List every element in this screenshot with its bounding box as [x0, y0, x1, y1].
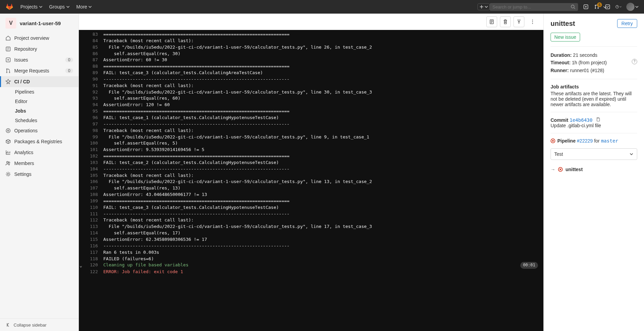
- topbar: Projects Groups More 5: [0, 0, 644, 14]
- merge-requests-icon[interactable]: 5: [594, 4, 600, 10]
- nav-groups[interactable]: Groups: [47, 2, 72, 12]
- sidebar-icon: [5, 79, 11, 84]
- sidebar-item-packages-registries[interactable]: Packages & Registries: [0, 136, 79, 147]
- branch-link[interactable]: master: [601, 138, 618, 144]
- job-title: unittest: [551, 20, 575, 28]
- sidebar-item-operations[interactable]: Operations: [0, 125, 79, 136]
- log-line: 94AssertionError: 120 != 60: [84, 102, 538, 108]
- chevron-down-icon[interactable]: ⌄: [80, 263, 82, 269]
- log-line: 100 self.assertEqual(res, 5): [84, 140, 538, 147]
- job-pipeline: Pipeline #22229 for master: [551, 138, 637, 144]
- scroll-top-button[interactable]: [514, 16, 524, 27]
- new-dropdown-button[interactable]: [477, 3, 490, 10]
- user-menu[interactable]: [626, 3, 639, 11]
- failed-status-icon: [558, 167, 563, 172]
- project-avatar: V: [5, 18, 16, 29]
- sidebar-item-repository[interactable]: Repository: [0, 44, 79, 54]
- log-line: 105Traceback (most recent call last):: [84, 172, 538, 179]
- log-line: 96FAIL: test_case_1 (calculator_tests.Ca…: [84, 115, 538, 121]
- issues-icon[interactable]: [583, 4, 589, 10]
- nav-projects[interactable]: Projects: [18, 2, 45, 12]
- sidebar-item-members[interactable]: Members: [0, 158, 79, 169]
- svg-point-7: [7, 59, 9, 61]
- sidebar-sub-jobs[interactable]: Jobs: [15, 106, 79, 116]
- nav-more[interactable]: More: [74, 2, 95, 12]
- collapse-sidebar[interactable]: Collapse sidebar: [0, 318, 79, 331]
- log-line: 84Traceback (most recent call last):: [84, 38, 538, 44]
- log-line: 104-------------------------------------…: [84, 166, 538, 172]
- sidebar-item-ci-cd[interactable]: CI / CD: [0, 76, 79, 87]
- log-line: 107 self.assertEqual(res, 13): [84, 185, 538, 192]
- todos-icon[interactable]: [605, 4, 611, 10]
- help-icon[interactable]: ?: [632, 59, 637, 64]
- svg-point-11: [6, 129, 10, 133]
- log-line: 101AssertionError: 9.539392014169456 != …: [84, 147, 538, 153]
- avatar: [626, 3, 634, 11]
- more-actions-button[interactable]: [527, 16, 538, 27]
- sidebar-sub-editor[interactable]: Editor: [15, 97, 79, 106]
- sidebar-icon: [5, 68, 11, 73]
- job-commit: Commit 1e4b6430 Update .gitlab-ci.yml fi…: [551, 117, 637, 128]
- sidebar-sub-pipelines[interactable]: Pipelines: [15, 87, 79, 97]
- sidebar-item-settings[interactable]: Settings: [0, 169, 79, 180]
- job-log[interactable]: 83======================================…: [79, 30, 543, 331]
- log-line: 113 File "/builds/iu5edu/2022-git-ci-cd/…: [84, 224, 538, 230]
- log-line: 99 File "/builds/iu5edu/2022-git-ci-cd/v…: [84, 134, 538, 140]
- raw-log-button[interactable]: [486, 16, 497, 27]
- log-line: 98Traceback (most recent call last):: [84, 128, 538, 134]
- sidebar-item-issues[interactable]: Issues0: [0, 54, 79, 65]
- log-line: 92 File "/builds/iu5edu/2022-git-ci-cd/v…: [84, 89, 538, 96]
- stage-select[interactable]: Test: [551, 148, 637, 160]
- svg-point-17: [532, 20, 533, 20]
- help-icon[interactable]: [615, 4, 622, 10]
- topbar-nav: Projects Groups More: [18, 2, 94, 12]
- project-name: variant-1-user-59: [20, 20, 61, 26]
- sidebar-icon: [5, 171, 11, 177]
- new-issue-button[interactable]: New issue: [551, 33, 580, 42]
- log-line: 117Ran 6 tests in 0.003s: [84, 249, 538, 256]
- sidebar-icon: [5, 57, 11, 63]
- chevron-left-icon: [5, 322, 11, 328]
- job-link[interactable]: → unittest: [551, 165, 637, 172]
- log-line: 83======================================…: [84, 31, 538, 38]
- search-icon: [571, 4, 575, 9]
- sidebar-project[interactable]: V variant-1-user-59: [0, 14, 79, 33]
- gitlab-logo-icon[interactable]: [5, 3, 14, 11]
- sidebar-sub-schedules[interactable]: Schedules: [15, 116, 79, 125]
- sidebar-item-merge-requests[interactable]: Merge Requests0: [0, 65, 79, 76]
- erase-log-button[interactable]: [500, 16, 511, 27]
- mr-count-badge: 5: [597, 2, 602, 7]
- pipeline-link[interactable]: #22229: [577, 138, 593, 144]
- sidebar-icon: [5, 46, 11, 52]
- sidebar-item-project-overview[interactable]: Project overview: [0, 33, 79, 44]
- search-input[interactable]: [492, 4, 569, 10]
- sidebar-icon: [5, 128, 11, 133]
- retry-button[interactable]: Retry: [617, 19, 637, 28]
- job-toolbar: [79, 14, 543, 30]
- global-search[interactable]: [490, 3, 578, 11]
- svg-point-14: [8, 162, 10, 163]
- failed-status-icon: [551, 138, 555, 143]
- log-line: 95======================================…: [84, 108, 538, 115]
- log-line: 87AssertionError: 60 != 30: [84, 57, 538, 63]
- svg-point-13: [7, 162, 8, 163]
- svg-point-12: [7, 130, 9, 131]
- log-line: 108AssertionError: 43.04648650006177 != …: [84, 192, 538, 198]
- log-line: 89FAIL: test_case_3 (calculator_tests.Ca…: [84, 70, 538, 76]
- copy-icon[interactable]: [596, 117, 601, 122]
- sidebar: V variant-1-user-59 Project overviewRepo…: [0, 14, 79, 331]
- sidebar-item-analytics[interactable]: Analytics: [0, 147, 79, 158]
- svg-rect-20: [597, 118, 600, 121]
- log-line: 112Traceback (most recent call last):: [84, 217, 538, 224]
- log-line: 88======================================…: [84, 63, 538, 70]
- sidebar-icon: [5, 35, 11, 41]
- log-line: 85 File "/builds/iu5edu/2022-git-ci-cd/v…: [84, 44, 538, 51]
- arrow-right-icon: →: [551, 167, 555, 172]
- log-line: 90--------------------------------------…: [84, 76, 538, 83]
- sidebar-icon: [5, 150, 11, 155]
- commit-hash[interactable]: 1e4b6430: [570, 117, 592, 123]
- log-line: ⌄120Cleaning up file based variables00:0…: [84, 262, 538, 268]
- log-line: 93 self.assertEqual(res, 60): [84, 95, 538, 102]
- svg-point-18: [532, 21, 533, 22]
- log-line: 111-------------------------------------…: [84, 211, 538, 217]
